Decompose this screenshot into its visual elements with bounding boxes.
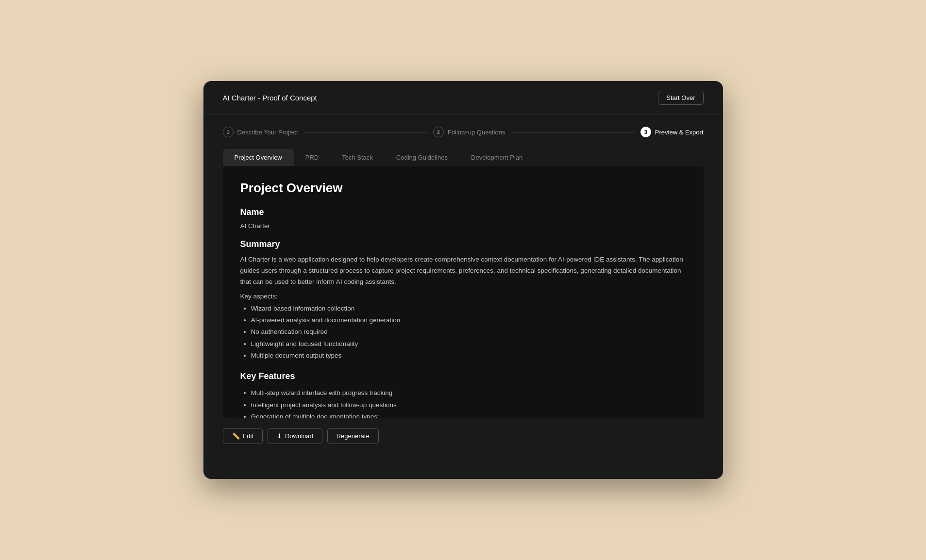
- step-3: 3 Preview & Export: [640, 127, 704, 137]
- tab-coding-guidelines[interactable]: Coding Guidelines: [385, 149, 459, 166]
- list-item: AI-powered analysis and documentation ge…: [251, 314, 686, 326]
- action-bar: ✏️ Edit ⬇ Download Regenerate: [203, 418, 723, 459]
- list-item: Lightweight and focused functionality: [251, 338, 686, 350]
- step-2: 2 Follow-up Questions: [433, 127, 505, 137]
- tab-project-overview[interactable]: Project Overview: [223, 149, 294, 166]
- list-item: Multiple document output types: [251, 350, 686, 362]
- content-area: Project Overview Name AI Charter Summary…: [223, 166, 704, 418]
- key-aspects-label: Key aspects:: [240, 293, 686, 300]
- tab-prd[interactable]: PRD: [294, 149, 330, 166]
- key-aspects-list: Wizard-based information collection AI-p…: [240, 303, 686, 362]
- step-3-circle: 3: [640, 127, 651, 137]
- list-item: Intelligent project analysis and follow-…: [251, 399, 686, 411]
- step-1: 1 Describe Your Project: [223, 127, 298, 137]
- tab-tech-stack[interactable]: Tech Stack: [330, 149, 385, 166]
- content-page-title: Project Overview: [240, 181, 686, 196]
- edit-icon: ✏️: [232, 432, 240, 440]
- regenerate-button[interactable]: Regenerate: [327, 428, 379, 444]
- step-2-label: Follow-up Questions: [448, 129, 505, 136]
- list-item: Generation of multiple documentation typ…: [251, 411, 686, 418]
- key-features-list: Multi-step wizard interface with progres…: [240, 387, 686, 418]
- start-over-button[interactable]: Start Over: [658, 91, 703, 105]
- step-3-label: Preview & Export: [655, 129, 704, 136]
- key-features-heading: Key Features: [240, 371, 686, 381]
- edit-button[interactable]: ✏️ Edit: [223, 428, 263, 444]
- project-name-value: AI Charter: [240, 222, 686, 230]
- step-connector-2: [511, 132, 634, 132]
- download-button[interactable]: ⬇ Download: [268, 428, 322, 444]
- list-item: Multi-step wizard interface with progres…: [251, 387, 686, 399]
- stepper: 1 Describe Your Project 2 Follow-up Ques…: [203, 115, 723, 149]
- header: AI Charter - Proof of Concept Start Over: [203, 81, 723, 115]
- tab-development-plan[interactable]: Development Plan: [459, 149, 534, 166]
- tabs-bar: Project Overview PRD Tech Stack Coding G…: [203, 149, 723, 166]
- app-window: AI Charter - Proof of Concept Start Over…: [203, 81, 723, 479]
- step-connector-1: [304, 132, 427, 132]
- app-title: AI Charter - Proof of Concept: [223, 94, 317, 102]
- step-1-label: Describe Your Project: [237, 129, 298, 136]
- list-item: Wizard-based information collection: [251, 303, 686, 314]
- download-icon: ⬇: [277, 432, 282, 440]
- summary-text: AI Charter is a web application designed…: [240, 254, 686, 288]
- list-item: No authentication required: [251, 326, 686, 338]
- summary-heading: Summary: [240, 239, 686, 249]
- step-2-circle: 2: [433, 127, 444, 137]
- name-heading: Name: [240, 207, 686, 217]
- step-1-circle: 1: [223, 127, 234, 137]
